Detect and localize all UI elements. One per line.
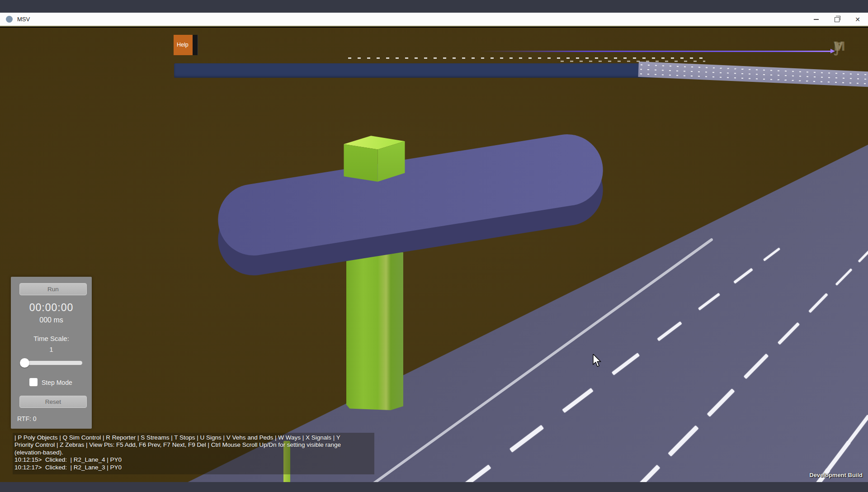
close-button[interactable]: ✕ (847, 13, 868, 26)
guide-dash-specks (348, 57, 705, 59)
log-overlay: | P Poly Objects | Q Sim Control | R Rep… (13, 433, 374, 474)
viewport-3d[interactable]: File NewFile OpenFile SaveFile ReloadWay… (0, 28, 868, 492)
run-button[interactable]: Run (19, 283, 87, 295)
bottom-strip (0, 482, 868, 492)
mouse-cursor (592, 354, 603, 368)
log-text: | P Poly Objects | Q Sim Control | R Rep… (14, 434, 341, 471)
close-icon: ✕ (855, 16, 860, 23)
development-build-label: Development Build (809, 472, 863, 478)
way-guide-bar (174, 63, 674, 78)
restore-icon (835, 17, 840, 22)
signal-link-line (479, 51, 831, 52)
step-mode-label: Step Mode (42, 379, 72, 386)
time-scale-value: 1 (11, 345, 92, 353)
poly-platform[interactable] (212, 136, 615, 267)
time-scale-slider-knob[interactable] (20, 358, 29, 368)
minimize-icon (814, 19, 819, 20)
window-titlebar: MSV ✕ (0, 13, 868, 27)
reset-button[interactable]: Reset (19, 396, 87, 408)
step-mode-checkbox[interactable] (29, 378, 38, 386)
restore-button[interactable] (826, 13, 847, 26)
log-line: | P Poly Objects | Q Sim Control | R Rep… (14, 434, 341, 441)
window-title: MSV (17, 16, 806, 23)
green-box[interactable] (339, 134, 407, 183)
log-line: Priority Control | Z Zebras | View Pts: … (14, 441, 341, 449)
desktop-top-strip (0, 0, 868, 13)
time-scale-label: Time Scale: (11, 335, 92, 342)
toolbar-button-help[interactable]: Help (174, 35, 192, 55)
log-line: 10:12:15> Clicked: | R2_Lane_4 | PY0 (14, 456, 341, 464)
guide-dash-specks (561, 61, 705, 62)
sim-clock: 00:00:00 (11, 302, 92, 314)
rtf-value: RTF: 0 (17, 415, 37, 422)
sim-control-panel: Run 00:00:00 000 ms Time Scale: 1 Step M… (11, 277, 92, 429)
green-pillar[interactable] (346, 252, 403, 410)
log-line: 10:12:17> Clicked: | R2_Lane_3 | PY0 (14, 464, 341, 471)
time-scale-slider-track[interactable] (20, 361, 82, 365)
sim-milliseconds: 000 ms (11, 316, 92, 324)
minimize-button[interactable] (806, 13, 826, 26)
app-icon (6, 16, 13, 23)
log-line: (elevation-based). (14, 449, 341, 456)
